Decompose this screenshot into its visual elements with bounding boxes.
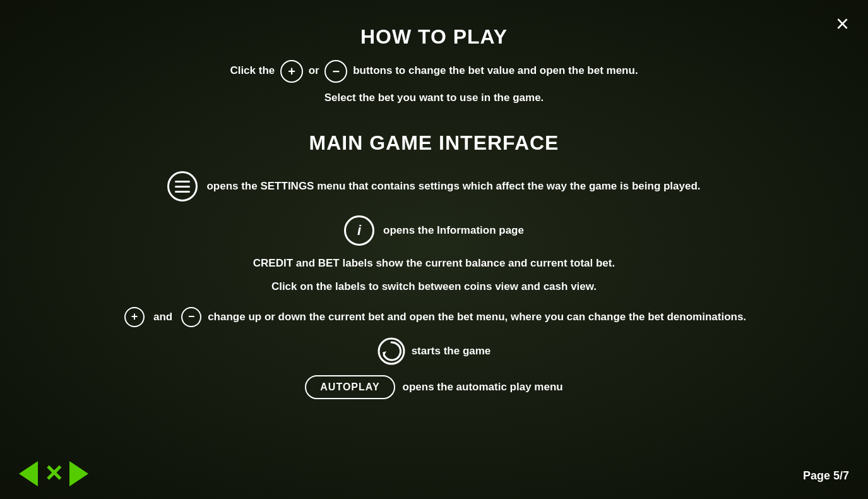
info-row: i opens the Information page (344, 215, 524, 246)
hamburger-icon (167, 171, 198, 201)
info-letter: i (357, 222, 361, 239)
bet-change-row: + and − change up or down the current be… (122, 307, 746, 327)
and-text: and (153, 311, 172, 323)
settings-text: opens the SETTINGS menu that contains se… (206, 180, 700, 193)
hamburger-line1 (175, 181, 190, 183)
minus-icon: − (324, 60, 347, 83)
spin-row: starts the game (378, 337, 491, 365)
how-to-play-line1: Click the + or − buttons to change the b… (230, 60, 638, 83)
spin-text: starts the game (412, 345, 491, 358)
small-plus-icon: + (124, 307, 145, 327)
bet-change-text: change up or down the current bet and op… (208, 311, 746, 323)
plus-icon: + (280, 60, 303, 83)
spin-icon (378, 337, 405, 365)
autoplay-row: AUTOPLAY opens the automatic play menu (305, 375, 562, 399)
autoplay-text: opens the automatic play menu (403, 381, 563, 394)
small-minus-icon: − (181, 307, 201, 327)
content-panel: HOW TO PLAY Click the + or − buttons to … (0, 0, 868, 499)
credit-bet-line2: Click on the labels to switch between co… (271, 278, 597, 295)
info-icon: i (344, 215, 374, 246)
hamburger-line3 (175, 191, 190, 193)
autoplay-button-label[interactable]: AUTOPLAY (305, 375, 395, 399)
how-to-play-line2: Select the bet you want to use in the ga… (324, 89, 544, 106)
credit-bet-line1: CREDIT and BET labels show the current b… (253, 255, 615, 272)
how-to-play-heading: HOW TO PLAY (360, 25, 508, 49)
main-game-heading: MAIN GAME INTERFACE (309, 131, 559, 155)
info-text: opens the Information page (383, 224, 524, 237)
close-button[interactable]: × (836, 13, 849, 35)
hamburger-line2 (175, 186, 190, 188)
settings-row: opens the SETTINGS menu that contains se… (167, 171, 700, 201)
